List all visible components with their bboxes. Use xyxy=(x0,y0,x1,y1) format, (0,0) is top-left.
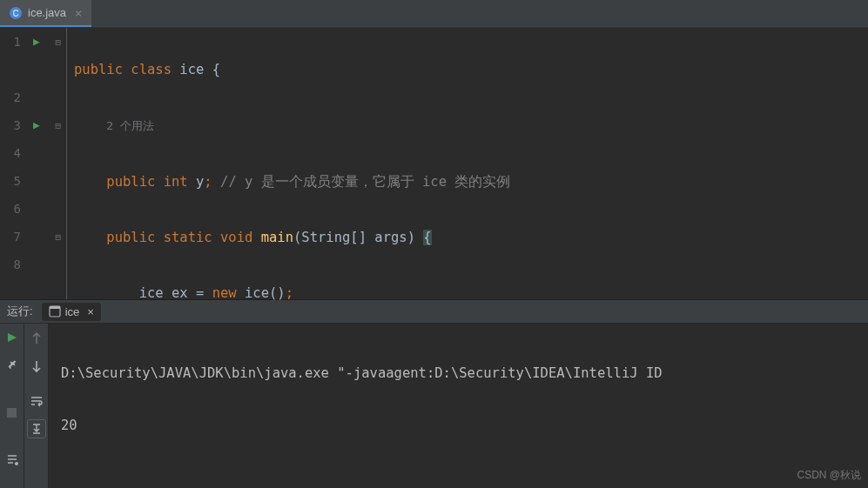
run-config-name: ice xyxy=(65,305,80,318)
watermark: CSDN @秋说 xyxy=(797,468,861,483)
file-tab-label: ice.java xyxy=(28,6,66,19)
keyword: public xyxy=(106,230,155,245)
fold-end-icon[interactable]: ⊟ xyxy=(55,231,61,243)
var-name: ex xyxy=(172,285,188,301)
comment: // y 是一个成员变量，它属于 ice 类的实例 xyxy=(220,174,510,190)
keyword: int xyxy=(164,174,188,190)
line-num: 8 xyxy=(0,251,21,278)
console-line: 20 xyxy=(61,412,856,438)
console-line: D:\Security\JAVA\JDK\bin\java.exe "-java… xyxy=(61,360,856,386)
brace-matched: { xyxy=(423,230,431,245)
tool-button[interactable] xyxy=(3,357,21,374)
close-run-tab-icon[interactable]: × xyxy=(87,305,94,318)
line-num: 7 xyxy=(0,223,21,251)
up-arrow-button[interactable] xyxy=(27,329,46,348)
line-num: 6 xyxy=(0,195,21,223)
layout-button[interactable] xyxy=(3,451,21,468)
rerun-button[interactable] xyxy=(3,329,21,346)
svg-rect-5 xyxy=(7,408,17,418)
editor-tab-bar: C ice.java × xyxy=(0,0,868,28)
scroll-to-end-button[interactable] xyxy=(27,419,46,438)
gutter-icons: ▶ ▶ ⊟ ⊟ ⊟ xyxy=(28,28,66,299)
code-content[interactable]: public class ice { 2 个用法 public int y; /… xyxy=(67,28,868,299)
file-tab-ice-java[interactable]: C ice.java × xyxy=(0,0,91,27)
fold-expanded-icon[interactable]: ⊟ xyxy=(55,37,61,48)
brace: { xyxy=(212,62,220,77)
svg-point-6 xyxy=(15,462,18,465)
soft-wrap-button[interactable] xyxy=(27,391,46,411)
keyword: static xyxy=(164,230,212,245)
run-line-icon[interactable]: ▶ xyxy=(33,35,40,48)
semicolon: ; xyxy=(286,285,293,301)
method-name: main xyxy=(261,230,293,245)
fold-expanded-icon[interactable]: ⊟ xyxy=(55,120,61,131)
svg-rect-3 xyxy=(50,306,60,309)
keyword: public xyxy=(74,62,123,77)
params: (String[] args) xyxy=(293,230,423,245)
stop-button[interactable] xyxy=(3,404,21,421)
keyword: class xyxy=(131,62,172,77)
run-toolbar-secondary xyxy=(24,324,49,488)
run-label: 运行: xyxy=(0,304,40,319)
class-name: ice xyxy=(179,62,204,77)
type-ref: ice xyxy=(139,285,164,301)
line-num: 4 xyxy=(0,139,21,167)
line-num: 5 xyxy=(0,167,21,195)
run-config-tab[interactable]: ice × xyxy=(42,303,101,321)
java-class-icon: C xyxy=(9,6,23,20)
semicolon: ; xyxy=(204,174,212,190)
keyword: public xyxy=(106,174,155,190)
run-toolbar-primary xyxy=(0,324,24,488)
svg-marker-4 xyxy=(8,333,17,342)
console-output[interactable]: D:\Security\JAVA\JDK\bin\java.exe "-java… xyxy=(49,324,868,488)
svg-text:C: C xyxy=(12,8,18,17)
application-icon xyxy=(49,305,61,318)
line-num: 1 xyxy=(0,28,21,56)
line-num: 2 xyxy=(0,84,21,111)
field-decl: y xyxy=(196,174,204,190)
keyword: new xyxy=(212,285,237,301)
usage-hint[interactable]: 2 个用法 xyxy=(106,119,154,132)
line-num: 3 xyxy=(0,111,21,139)
line-numbers: 1 2 3 4 5 6 7 8 xyxy=(0,28,28,299)
keyword: void xyxy=(220,230,252,245)
code-editor[interactable]: 1 2 3 4 5 6 7 8 ▶ ▶ ⊟ ⊟ ⊟ public class i… xyxy=(0,28,868,299)
ctor-call: ice() xyxy=(237,285,286,301)
down-arrow-button[interactable] xyxy=(27,357,46,376)
close-tab-icon[interactable]: × xyxy=(75,6,82,20)
run-line-icon[interactable]: ▶ xyxy=(33,118,40,131)
run-tool-window: D:\Security\JAVA\JDK\bin\java.exe "-java… xyxy=(0,324,868,488)
